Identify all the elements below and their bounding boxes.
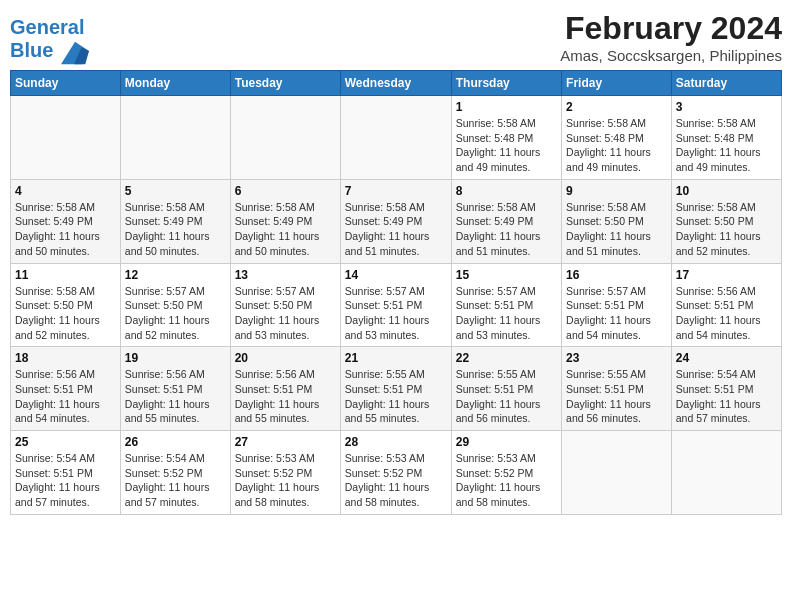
logo-blue: Blue <box>10 39 53 61</box>
col-header-thursday: Thursday <box>451 71 561 96</box>
calendar-cell: 12Sunrise: 5:57 AM Sunset: 5:50 PM Dayli… <box>120 263 230 347</box>
day-number: 12 <box>125 268 226 282</box>
calendar-cell <box>11 96 121 180</box>
logo-icon <box>61 38 89 66</box>
day-number: 4 <box>15 184 116 198</box>
calendar-cell: 16Sunrise: 5:57 AM Sunset: 5:51 PM Dayli… <box>562 263 672 347</box>
day-number: 29 <box>456 435 557 449</box>
day-number: 15 <box>456 268 557 282</box>
day-number: 20 <box>235 351 336 365</box>
day-info: Sunrise: 5:58 AM Sunset: 5:50 PM Dayligh… <box>676 200 777 259</box>
page-subtitle: Amas, Soccsksargen, Philippines <box>560 47 782 64</box>
day-number: 19 <box>125 351 226 365</box>
calendar-cell: 4Sunrise: 5:58 AM Sunset: 5:49 PM Daylig… <box>11 179 121 263</box>
col-header-monday: Monday <box>120 71 230 96</box>
day-info: Sunrise: 5:55 AM Sunset: 5:51 PM Dayligh… <box>566 367 667 426</box>
calendar-week-row: 1Sunrise: 5:58 AM Sunset: 5:48 PM Daylig… <box>11 96 782 180</box>
day-number: 13 <box>235 268 336 282</box>
day-info: Sunrise: 5:58 AM Sunset: 5:48 PM Dayligh… <box>676 116 777 175</box>
col-header-wednesday: Wednesday <box>340 71 451 96</box>
calendar-cell: 5Sunrise: 5:58 AM Sunset: 5:49 PM Daylig… <box>120 179 230 263</box>
day-info: Sunrise: 5:58 AM Sunset: 5:49 PM Dayligh… <box>235 200 336 259</box>
day-number: 18 <box>15 351 116 365</box>
day-info: Sunrise: 5:58 AM Sunset: 5:49 PM Dayligh… <box>456 200 557 259</box>
day-info: Sunrise: 5:53 AM Sunset: 5:52 PM Dayligh… <box>235 451 336 510</box>
calendar-cell: 19Sunrise: 5:56 AM Sunset: 5:51 PM Dayli… <box>120 347 230 431</box>
logo: General Blue <box>10 16 89 66</box>
calendar-cell: 27Sunrise: 5:53 AM Sunset: 5:52 PM Dayli… <box>230 431 340 515</box>
calendar-cell: 28Sunrise: 5:53 AM Sunset: 5:52 PM Dayli… <box>340 431 451 515</box>
day-info: Sunrise: 5:58 AM Sunset: 5:48 PM Dayligh… <box>456 116 557 175</box>
calendar-cell: 14Sunrise: 5:57 AM Sunset: 5:51 PM Dayli… <box>340 263 451 347</box>
calendar-cell <box>230 96 340 180</box>
calendar-table: SundayMondayTuesdayWednesdayThursdayFrid… <box>10 70 782 515</box>
day-number: 21 <box>345 351 447 365</box>
day-info: Sunrise: 5:56 AM Sunset: 5:51 PM Dayligh… <box>125 367 226 426</box>
day-number: 27 <box>235 435 336 449</box>
calendar-cell: 18Sunrise: 5:56 AM Sunset: 5:51 PM Dayli… <box>11 347 121 431</box>
title-area: February 2024 Amas, Soccsksargen, Philip… <box>560 10 782 64</box>
day-number: 9 <box>566 184 667 198</box>
day-info: Sunrise: 5:54 AM Sunset: 5:51 PM Dayligh… <box>676 367 777 426</box>
calendar-week-row: 11Sunrise: 5:58 AM Sunset: 5:50 PM Dayli… <box>11 263 782 347</box>
day-info: Sunrise: 5:57 AM Sunset: 5:51 PM Dayligh… <box>456 284 557 343</box>
day-number: 14 <box>345 268 447 282</box>
day-info: Sunrise: 5:58 AM Sunset: 5:49 PM Dayligh… <box>345 200 447 259</box>
logo-general: General <box>10 16 84 38</box>
day-number: 8 <box>456 184 557 198</box>
day-info: Sunrise: 5:55 AM Sunset: 5:51 PM Dayligh… <box>345 367 447 426</box>
day-info: Sunrise: 5:57 AM Sunset: 5:50 PM Dayligh… <box>125 284 226 343</box>
day-info: Sunrise: 5:53 AM Sunset: 5:52 PM Dayligh… <box>456 451 557 510</box>
day-number: 7 <box>345 184 447 198</box>
day-number: 3 <box>676 100 777 114</box>
calendar-cell: 26Sunrise: 5:54 AM Sunset: 5:52 PM Dayli… <box>120 431 230 515</box>
day-number: 10 <box>676 184 777 198</box>
calendar-cell: 11Sunrise: 5:58 AM Sunset: 5:50 PM Dayli… <box>11 263 121 347</box>
day-number: 23 <box>566 351 667 365</box>
calendar-cell: 13Sunrise: 5:57 AM Sunset: 5:50 PM Dayli… <box>230 263 340 347</box>
calendar-cell: 15Sunrise: 5:57 AM Sunset: 5:51 PM Dayli… <box>451 263 561 347</box>
day-number: 1 <box>456 100 557 114</box>
day-number: 22 <box>456 351 557 365</box>
calendar-week-row: 18Sunrise: 5:56 AM Sunset: 5:51 PM Dayli… <box>11 347 782 431</box>
col-header-sunday: Sunday <box>11 71 121 96</box>
day-info: Sunrise: 5:56 AM Sunset: 5:51 PM Dayligh… <box>235 367 336 426</box>
calendar-week-row: 4Sunrise: 5:58 AM Sunset: 5:49 PM Daylig… <box>11 179 782 263</box>
calendar-cell: 8Sunrise: 5:58 AM Sunset: 5:49 PM Daylig… <box>451 179 561 263</box>
calendar-cell: 25Sunrise: 5:54 AM Sunset: 5:51 PM Dayli… <box>11 431 121 515</box>
day-info: Sunrise: 5:57 AM Sunset: 5:51 PM Dayligh… <box>345 284 447 343</box>
day-number: 2 <box>566 100 667 114</box>
calendar-cell: 23Sunrise: 5:55 AM Sunset: 5:51 PM Dayli… <box>562 347 672 431</box>
calendar-cell: 2Sunrise: 5:58 AM Sunset: 5:48 PM Daylig… <box>562 96 672 180</box>
day-info: Sunrise: 5:55 AM Sunset: 5:51 PM Dayligh… <box>456 367 557 426</box>
calendar-cell: 7Sunrise: 5:58 AM Sunset: 5:49 PM Daylig… <box>340 179 451 263</box>
calendar-cell <box>340 96 451 180</box>
calendar-cell: 24Sunrise: 5:54 AM Sunset: 5:51 PM Dayli… <box>671 347 781 431</box>
day-number: 25 <box>15 435 116 449</box>
col-header-friday: Friday <box>562 71 672 96</box>
calendar-week-row: 25Sunrise: 5:54 AM Sunset: 5:51 PM Dayli… <box>11 431 782 515</box>
day-number: 6 <box>235 184 336 198</box>
page-title: February 2024 <box>560 10 782 47</box>
day-info: Sunrise: 5:56 AM Sunset: 5:51 PM Dayligh… <box>15 367 116 426</box>
day-number: 26 <box>125 435 226 449</box>
day-info: Sunrise: 5:58 AM Sunset: 5:49 PM Dayligh… <box>15 200 116 259</box>
day-number: 16 <box>566 268 667 282</box>
day-info: Sunrise: 5:57 AM Sunset: 5:51 PM Dayligh… <box>566 284 667 343</box>
calendar-cell: 10Sunrise: 5:58 AM Sunset: 5:50 PM Dayli… <box>671 179 781 263</box>
calendar-cell: 29Sunrise: 5:53 AM Sunset: 5:52 PM Dayli… <box>451 431 561 515</box>
calendar-cell: 1Sunrise: 5:58 AM Sunset: 5:48 PM Daylig… <box>451 96 561 180</box>
day-info: Sunrise: 5:57 AM Sunset: 5:50 PM Dayligh… <box>235 284 336 343</box>
calendar-cell <box>120 96 230 180</box>
day-number: 24 <box>676 351 777 365</box>
calendar-cell <box>671 431 781 515</box>
day-info: Sunrise: 5:54 AM Sunset: 5:52 PM Dayligh… <box>125 451 226 510</box>
header: General Blue February 2024 Amas, Soccsks… <box>10 10 782 66</box>
calendar-cell: 21Sunrise: 5:55 AM Sunset: 5:51 PM Dayli… <box>340 347 451 431</box>
day-info: Sunrise: 5:56 AM Sunset: 5:51 PM Dayligh… <box>676 284 777 343</box>
day-info: Sunrise: 5:58 AM Sunset: 5:50 PM Dayligh… <box>566 200 667 259</box>
calendar-cell <box>562 431 672 515</box>
calendar-cell: 20Sunrise: 5:56 AM Sunset: 5:51 PM Dayli… <box>230 347 340 431</box>
day-number: 17 <box>676 268 777 282</box>
day-number: 5 <box>125 184 226 198</box>
